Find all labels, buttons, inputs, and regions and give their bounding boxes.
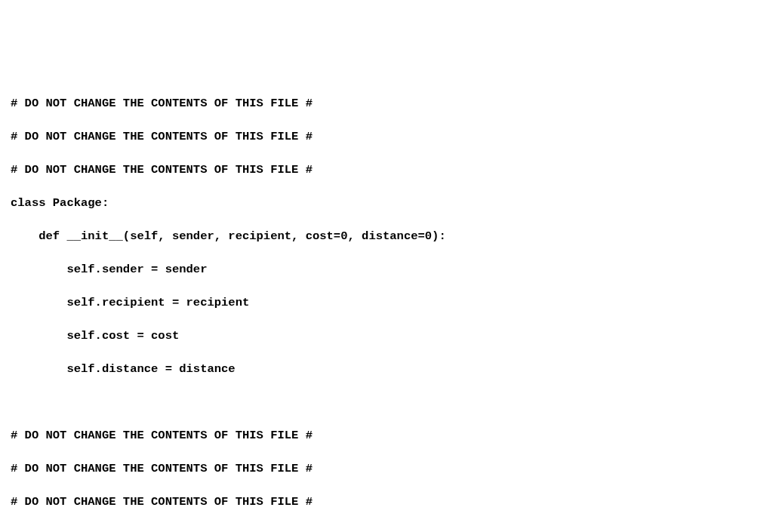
code-line: # DO NOT CHANGE THE CONTENTS OF THIS FIL… [11, 460, 762, 477]
code-line: # DO NOT CHANGE THE CONTENTS OF THIS FIL… [11, 427, 762, 444]
code-line [11, 394, 762, 411]
code-line: self.sender = sender [11, 261, 762, 278]
code-line [11, 527, 762, 532]
code-line: # DO NOT CHANGE THE CONTENTS OF THIS FIL… [11, 95, 762, 112]
code-block: # DO NOT CHANGE THE CONTENTS OF THIS FIL… [11, 78, 762, 532]
code-line: # DO NOT CHANGE THE CONTENTS OF THIS FIL… [11, 494, 762, 510]
code-line: # DO NOT CHANGE THE CONTENTS OF THIS FIL… [11, 128, 762, 145]
code-line: # DO NOT CHANGE THE CONTENTS OF THIS FIL… [11, 161, 762, 178]
code-line: self.distance = distance [11, 361, 762, 377]
code-line: self.recipient = recipient [11, 294, 762, 311]
code-line: class Package: [11, 195, 762, 211]
code-line: def __init__(self, sender, recipient, co… [11, 228, 762, 244]
code-line: self.cost = cost [11, 328, 762, 344]
